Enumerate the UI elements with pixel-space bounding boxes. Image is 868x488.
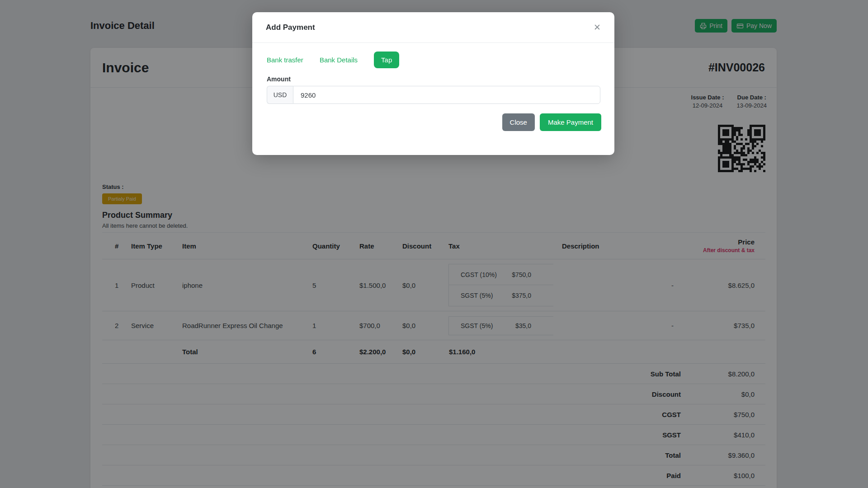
- tab-bank-details[interactable]: Bank Details: [320, 56, 358, 64]
- amount-label: Amount: [267, 75, 600, 83]
- currency-prefix: USD: [267, 86, 293, 104]
- amount-input-group: USD: [267, 86, 600, 104]
- payment-tabs: Bank trasfer Bank Details Tap: [267, 52, 600, 68]
- tab-bank-transfer[interactable]: Bank trasfer: [267, 56, 303, 64]
- modal-header: Add Payment ✕: [252, 12, 614, 43]
- make-payment-button[interactable]: Make Payment: [540, 113, 601, 131]
- modal-footer: Close Make Payment: [502, 113, 601, 131]
- add-payment-modal: Add Payment ✕ Bank trasfer Bank Details …: [252, 12, 614, 155]
- modal-title: Add Payment: [266, 23, 315, 32]
- amount-input[interactable]: [293, 86, 600, 104]
- tab-tap[interactable]: Tap: [374, 52, 399, 68]
- close-icon[interactable]: ✕: [594, 23, 601, 32]
- close-button[interactable]: Close: [502, 113, 535, 131]
- modal-body: Bank trasfer Bank Details Tap Amount USD: [252, 43, 614, 104]
